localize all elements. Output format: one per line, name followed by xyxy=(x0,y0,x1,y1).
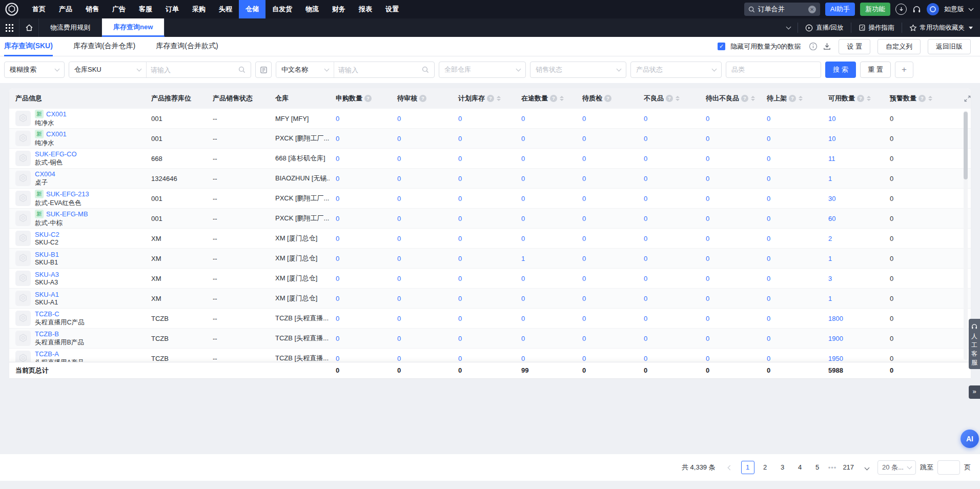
quantity-link[interactable]: 0 xyxy=(644,335,647,342)
sku-link[interactable]: SKU-A1 xyxy=(35,291,59,298)
quantity-link[interactable]: 0 xyxy=(458,315,462,322)
quantity-link[interactable]: 0 xyxy=(706,175,709,182)
global-search-input[interactable]: 订单合并 ✕ xyxy=(744,3,820,16)
new-feature-button[interactable]: 新功能 xyxy=(860,3,890,16)
column-header[interactable]: 不良品? xyxy=(638,94,700,103)
column-header[interactable]: 待审核? xyxy=(391,94,452,103)
sku-link[interactable]: CX004 xyxy=(35,170,55,178)
quantity-link[interactable]: 0 xyxy=(644,295,647,302)
quantity-link[interactable]: 0 xyxy=(767,255,770,262)
prev-page-button[interactable] xyxy=(724,461,737,474)
quantity-link[interactable]: 0 xyxy=(582,255,586,262)
batch-input-icon-button[interactable] xyxy=(255,62,272,78)
quantity-link[interactable]: 0 xyxy=(336,115,339,123)
main-menu-item[interactable]: 物流 xyxy=(299,0,325,18)
quantity-link[interactable]: 0 xyxy=(336,315,339,322)
quantity-link[interactable]: 0 xyxy=(767,275,770,282)
quantity-link[interactable]: 1800 xyxy=(828,315,843,322)
quantity-link[interactable]: 0 xyxy=(767,135,770,142)
quantity-link[interactable]: 0 xyxy=(336,295,339,302)
quantity-link[interactable]: 0 xyxy=(521,135,525,142)
jump-page-input[interactable] xyxy=(937,460,960,475)
main-menu-item[interactable]: 采购 xyxy=(186,0,212,18)
quantity-link[interactable]: 11 xyxy=(828,155,835,162)
sort-icon[interactable] xyxy=(560,96,564,101)
quantity-link[interactable]: 0 xyxy=(767,195,770,202)
quantity-link[interactable]: 0 xyxy=(458,295,462,302)
quantity-link[interactable]: 0 xyxy=(644,155,647,162)
column-header[interactable]: 待上架? xyxy=(761,94,822,103)
quantity-link[interactable]: 0 xyxy=(582,295,586,302)
product-thumbnail[interactable] xyxy=(15,191,31,206)
quantity-link[interactable]: 0 xyxy=(767,315,770,322)
expand-icon[interactable] xyxy=(957,95,971,103)
quantity-link[interactable]: 0 xyxy=(582,275,586,282)
quantity-link[interactable]: 0 xyxy=(336,335,339,342)
quantity-link[interactable]: 0 xyxy=(397,315,401,322)
quantity-link[interactable]: 0 xyxy=(582,215,586,222)
sku-link[interactable]: TCZB-B xyxy=(35,330,59,338)
quantity-link[interactable]: 0 xyxy=(706,235,709,242)
quantity-link[interactable]: 0 xyxy=(644,275,647,282)
info-circle-icon[interactable] xyxy=(809,42,818,51)
quantity-link[interactable]: 0 xyxy=(521,335,525,342)
quantity-link[interactable]: 0 xyxy=(397,215,401,222)
quantity-link[interactable]: 1900 xyxy=(828,335,843,342)
page-size-select[interactable]: 20 条... xyxy=(877,460,916,475)
sales-status-select[interactable]: 销售状态 xyxy=(530,62,626,78)
sort-icon[interactable] xyxy=(497,96,501,101)
quantity-link[interactable]: 0 xyxy=(582,355,586,362)
quantity-link[interactable]: 0 xyxy=(582,315,586,322)
warehouse-select[interactable]: 全部仓库 xyxy=(439,62,526,78)
quantity-link[interactable]: 0 xyxy=(458,255,462,262)
quantity-link[interactable]: 0 xyxy=(521,315,525,322)
app-logo-icon[interactable] xyxy=(5,3,18,16)
sort-icon[interactable] xyxy=(676,96,680,101)
settings-button[interactable]: 设 置 xyxy=(839,39,870,54)
sku-link[interactable]: TCZB-A xyxy=(35,350,59,358)
help-icon[interactable]: ? xyxy=(857,95,864,102)
column-header[interactable]: 产品信息 xyxy=(9,94,145,103)
quantity-link[interactable]: 0 xyxy=(521,355,525,362)
column-header[interactable]: 仓库 xyxy=(269,94,330,103)
quantity-link[interactable]: 0 xyxy=(582,155,586,162)
quantity-link[interactable]: 0 xyxy=(582,235,586,242)
quantity-link[interactable]: 0 xyxy=(706,295,709,302)
quantity-link[interactable]: 0 xyxy=(397,195,401,202)
collapse-tabs-chevron[interactable] xyxy=(780,23,798,33)
quantity-link[interactable]: 60 xyxy=(828,215,835,222)
quantity-link[interactable]: 0 xyxy=(582,335,586,342)
quantity-link[interactable]: 0 xyxy=(644,315,647,322)
sub-tab[interactable]: 库存查询(合并款式) xyxy=(156,37,218,56)
quantity-link[interactable]: 0 xyxy=(644,215,647,222)
sku-link[interactable]: SKU-B1 xyxy=(35,251,59,258)
quantity-link[interactable]: 0 xyxy=(458,355,462,362)
quantity-link[interactable]: 0 xyxy=(458,135,462,142)
clear-search-icon[interactable]: ✕ xyxy=(808,6,816,13)
help-icon[interactable]: ? xyxy=(487,95,494,102)
product-thumbnail[interactable] xyxy=(15,131,31,146)
collapse-panel-button[interactable]: » xyxy=(969,385,980,399)
quantity-link[interactable]: 0 xyxy=(706,215,709,222)
main-menu-item[interactable]: 首页 xyxy=(26,0,52,18)
quantity-link[interactable]: 0 xyxy=(336,255,339,262)
quantity-link[interactable]: 0 xyxy=(582,135,586,142)
quantity-link[interactable]: 0 xyxy=(767,335,770,342)
main-menu-item[interactable]: 自发货 xyxy=(266,0,299,18)
quantity-link[interactable]: 0 xyxy=(336,155,339,162)
quantity-link[interactable]: 0 xyxy=(644,255,647,262)
quantity-link[interactable]: 0 xyxy=(706,315,709,322)
quantity-link[interactable]: 0 xyxy=(767,355,770,362)
sub-tab[interactable]: 库存查询(SKU) xyxy=(4,37,53,56)
quantity-link[interactable]: 0 xyxy=(521,215,525,222)
quantity-link[interactable]: 0 xyxy=(458,275,462,282)
category-select[interactable]: 品类 xyxy=(726,62,821,78)
help-icon[interactable]: ? xyxy=(741,95,748,102)
quantity-link[interactable]: 0 xyxy=(397,135,401,142)
help-icon[interactable]: ? xyxy=(604,95,611,102)
product-thumbnail[interactable] xyxy=(15,291,31,306)
quantity-link[interactable]: 0 xyxy=(336,175,339,182)
column-header[interactable]: 计划库存? xyxy=(452,94,515,103)
quantity-link[interactable]: 0 xyxy=(706,155,709,162)
quantity-link[interactable]: 0 xyxy=(397,115,401,123)
